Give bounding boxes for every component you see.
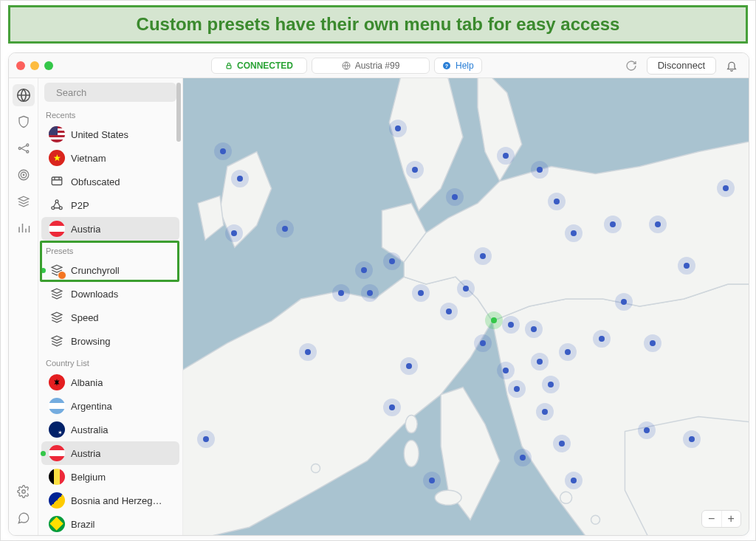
rail-shield-icon[interactable] bbox=[13, 111, 35, 133]
map-marker[interactable] bbox=[383, 399, 401, 416]
map-marker[interactable] bbox=[531, 353, 549, 371]
help-icon: ? bbox=[442, 61, 451, 70]
country-label: Australia bbox=[71, 424, 109, 435]
preset-icon bbox=[49, 262, 65, 278]
map-marker[interactable] bbox=[276, 220, 294, 238]
country-item[interactable]: Bosnia and Herzeg… bbox=[41, 489, 179, 512]
flag-au-icon bbox=[49, 421, 65, 438]
recent-item[interactable]: P2P bbox=[41, 193, 179, 217]
preset-item[interactable]: Downloads bbox=[41, 282, 179, 306]
map-marker[interactable] bbox=[678, 257, 695, 275]
flag-at-icon bbox=[49, 445, 65, 461]
map-marker[interactable] bbox=[446, 188, 464, 206]
map-marker[interactable] bbox=[548, 193, 566, 210]
map-marker[interactable] bbox=[536, 403, 554, 421]
recent-item[interactable]: United States bbox=[41, 123, 179, 146]
map-marker[interactable] bbox=[514, 449, 532, 466]
map-area[interactable]: − + bbox=[183, 78, 749, 535]
minimize-window-icon[interactable] bbox=[30, 61, 39, 70]
p2p-icon bbox=[49, 197, 65, 213]
recent-item[interactable]: Austria bbox=[41, 217, 179, 241]
preset-item[interactable]: Crunchyroll bbox=[41, 258, 179, 282]
recent-label: Austria bbox=[71, 224, 100, 235]
preset-label: Browsing bbox=[71, 336, 110, 347]
map-marker[interactable] bbox=[361, 284, 379, 302]
rail-globe-icon[interactable] bbox=[13, 84, 35, 106]
map-marker[interactable] bbox=[497, 362, 515, 379]
svg-point-23 bbox=[312, 464, 320, 472]
zoom-out-button[interactable]: − bbox=[702, 511, 722, 527]
flag-al-icon bbox=[49, 374, 65, 390]
map-zoom-controls: − + bbox=[701, 510, 741, 528]
country-item[interactable]: Argentina bbox=[41, 394, 179, 418]
preset-icon bbox=[49, 333, 65, 349]
map-marker[interactable] bbox=[214, 142, 232, 160]
connected-server-pill[interactable]: Austria #99 bbox=[312, 58, 430, 74]
window-controls[interactable] bbox=[16, 61, 53, 70]
help-pill[interactable]: ? Help bbox=[434, 58, 482, 74]
section-presets: Presets bbox=[38, 241, 182, 258]
svg-point-7 bbox=[26, 151, 28, 153]
map-marker[interactable] bbox=[508, 380, 526, 398]
map-marker[interactable] bbox=[412, 284, 430, 302]
svg-point-21 bbox=[404, 441, 419, 467]
map-marker[interactable] bbox=[644, 334, 662, 352]
close-window-icon[interactable] bbox=[16, 61, 25, 70]
country-item[interactable]: Australia bbox=[41, 418, 179, 441]
flag-vn-icon bbox=[49, 150, 65, 166]
map-marker[interactable] bbox=[197, 430, 215, 448]
preset-item[interactable]: Browsing bbox=[41, 329, 179, 353]
map-marker[interactable] bbox=[389, 120, 407, 137]
map-marker[interactable] bbox=[565, 224, 583, 242]
rail-settings-icon[interactable] bbox=[13, 480, 35, 503]
connected-server-text: Austria #99 bbox=[355, 61, 400, 71]
map-marker[interactable] bbox=[457, 280, 475, 297]
search-input[interactable] bbox=[44, 83, 176, 102]
map-marker[interactable] bbox=[542, 376, 560, 393]
svg-point-8 bbox=[18, 170, 29, 180]
zoom-in-button[interactable]: + bbox=[722, 511, 741, 527]
recent-item[interactable]: Obfuscated bbox=[41, 170, 179, 193]
map-marker[interactable] bbox=[423, 472, 441, 489]
map-marker[interactable] bbox=[383, 252, 401, 270]
rail-stats-icon[interactable] bbox=[13, 217, 35, 239]
preset-label: Downloads bbox=[71, 289, 118, 300]
rail-presets-icon[interactable] bbox=[13, 190, 35, 213]
map-marker[interactable] bbox=[717, 179, 735, 197]
svg-rect-0 bbox=[227, 65, 231, 68]
recent-label: Vietnam bbox=[71, 153, 106, 164]
notifications-icon[interactable] bbox=[722, 56, 741, 75]
map-marker[interactable] bbox=[355, 261, 373, 279]
recent-label: United States bbox=[71, 129, 128, 140]
map-marker[interactable] bbox=[299, 343, 317, 361]
recent-label: P2P bbox=[71, 200, 89, 211]
map-marker[interactable] bbox=[497, 147, 515, 165]
map-marker[interactable] bbox=[406, 161, 424, 179]
country-item[interactable]: Albania bbox=[41, 371, 179, 394]
map-marker[interactable] bbox=[531, 161, 549, 179]
rail-support-icon[interactable] bbox=[13, 507, 35, 529]
recent-item[interactable]: Vietnam bbox=[41, 146, 179, 170]
map-marker[interactable] bbox=[231, 170, 249, 187]
connection-status-pill: CONNECTED bbox=[211, 58, 307, 74]
map-marker[interactable] bbox=[565, 472, 583, 489]
disconnect-button[interactable]: Disconnect bbox=[647, 57, 716, 75]
preset-label: Crunchyroll bbox=[71, 265, 120, 276]
country-item[interactable]: Austria bbox=[41, 441, 179, 465]
country-item[interactable]: Brazil bbox=[41, 512, 179, 535]
svg-point-18 bbox=[560, 492, 572, 503]
preset-item[interactable]: Speed bbox=[41, 306, 179, 329]
search-field[interactable] bbox=[55, 86, 182, 99]
refresh-icon[interactable] bbox=[622, 56, 641, 75]
sidebar: Recents United StatesVietnamObfuscatedP2… bbox=[38, 78, 183, 535]
rail-target-icon[interactable] bbox=[13, 164, 35, 186]
map-marker[interactable] bbox=[593, 330, 611, 348]
map-marker[interactable] bbox=[638, 421, 656, 439]
rail-mesh-icon[interactable] bbox=[13, 137, 35, 159]
country-item[interactable]: Belgium bbox=[41, 465, 179, 489]
map-marker[interactable] bbox=[440, 303, 458, 320]
preset-label: Speed bbox=[71, 312, 99, 323]
maximize-window-icon[interactable] bbox=[44, 61, 53, 70]
map-marker[interactable] bbox=[474, 334, 492, 352]
country-label: Bosnia and Herzeg… bbox=[71, 495, 162, 506]
